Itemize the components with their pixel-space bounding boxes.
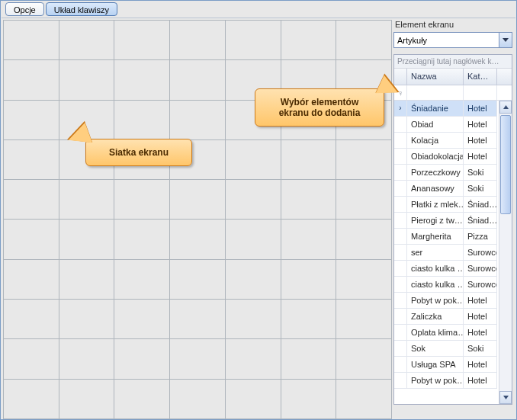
grid-cell[interactable] <box>336 139 392 179</box>
grid-cell[interactable] <box>170 220 226 259</box>
grid-cell[interactable] <box>59 21 114 60</box>
table-row[interactable]: ObiadHotel <box>394 117 497 133</box>
filter-name-input[interactable] <box>407 85 464 100</box>
grid-cell[interactable] <box>281 220 336 259</box>
table-row[interactable]: AnanasowySoki <box>394 181 497 197</box>
grid-cell[interactable] <box>281 339 336 379</box>
grid-cell[interactable] <box>59 259 114 299</box>
group-by-hint[interactable]: Przeciągnij tutaj nagłówek k… <box>394 55 512 69</box>
grid-cell[interactable] <box>4 259 59 299</box>
grid-cell[interactable] <box>225 379 281 418</box>
grid-cell[interactable] <box>170 300 226 339</box>
grid-cell[interactable] <box>59 180 114 220</box>
table-row[interactable]: MargheritaPizza <box>394 229 497 245</box>
vertical-scrollbar[interactable] <box>499 101 512 404</box>
grid-cell[interactable] <box>114 220 170 259</box>
filter-cat-input[interactable] <box>464 85 497 100</box>
table-row[interactable]: ObiadokolacjaHotel <box>394 149 497 165</box>
grid-cell[interactable] <box>4 139 59 179</box>
table-row[interactable]: Usługa SPAHotel <box>394 357 497 373</box>
grid-cell[interactable] <box>225 339 281 379</box>
chevron-down-icon[interactable] <box>499 33 512 47</box>
grid-cell[interactable] <box>170 60 226 100</box>
table-row[interactable]: Pierogi z tw…Śniad… <box>394 213 497 229</box>
grid-cell[interactable] <box>170 339 226 379</box>
grid-cell[interactable] <box>59 60 114 100</box>
grid-cell[interactable] <box>114 100 170 139</box>
grid-cell[interactable] <box>170 379 226 418</box>
grid-cell[interactable] <box>336 300 392 339</box>
grid-cell[interactable] <box>59 379 114 418</box>
table-row[interactable]: ZaliczkaHotel <box>394 309 497 325</box>
grid-cell[interactable] <box>225 220 281 259</box>
tab-key-layout[interactable]: Układ klawiszy <box>46 2 117 16</box>
grid-cell[interactable] <box>225 180 281 220</box>
grid-cell[interactable] <box>170 180 226 220</box>
table-row[interactable]: SokSoki <box>394 341 497 357</box>
table-row[interactable]: ›ŚniadanieHotel <box>394 101 497 117</box>
grid-cell[interactable] <box>4 300 59 339</box>
scroll-thumb[interactable] <box>500 115 511 214</box>
grid-cell[interactable] <box>225 300 281 339</box>
grid-cell[interactable] <box>336 220 392 259</box>
table-row[interactable]: PorzeczkowySoki <box>394 165 497 181</box>
element-type-combo[interactable]: Artykuły <box>393 32 512 48</box>
table-row[interactable]: serSurowce <box>394 245 497 261</box>
grid-cell[interactable] <box>170 100 226 139</box>
grid-cell[interactable] <box>114 339 170 379</box>
grid-cell[interactable] <box>4 339 59 379</box>
grid-cell[interactable] <box>281 21 336 60</box>
grid-cell[interactable] <box>225 259 281 299</box>
table-row[interactable]: KolacjaHotel <box>394 133 497 149</box>
grid-cell[interactable] <box>114 259 170 299</box>
grid-cell[interactable] <box>281 180 336 220</box>
column-header-category[interactable]: Kat… <box>464 69 497 85</box>
row-indicator-icon <box>394 309 407 324</box>
grid-cell[interactable] <box>281 300 336 339</box>
side-panel: Element ekranu Artykuły Przeciągnij tuta… <box>393 20 514 419</box>
grid-cell[interactable] <box>336 21 392 60</box>
table-row[interactable]: Pobyt w pok…Hotel <box>394 293 497 309</box>
grid-cell[interactable] <box>59 220 114 259</box>
grid-cell[interactable] <box>170 21 226 60</box>
table-row[interactable]: Pobyt w pok…Hotel <box>394 373 497 389</box>
grid-cell[interactable] <box>281 379 336 418</box>
grid-cell[interactable] <box>225 139 281 179</box>
tab-options[interactable]: Opcje <box>5 2 44 16</box>
grid-cell[interactable] <box>59 339 114 379</box>
grid-cell[interactable] <box>4 180 59 220</box>
row-indicator-icon <box>394 373 407 388</box>
grid-cell[interactable] <box>4 220 59 259</box>
scroll-down-icon[interactable] <box>499 391 512 404</box>
grid-cell[interactable] <box>336 339 392 379</box>
scroll-up-icon[interactable] <box>499 101 512 114</box>
table-row[interactable]: ciasto kulka …Surowce <box>394 277 497 293</box>
row-indicator-icon <box>394 293 407 308</box>
grid-cell[interactable] <box>4 60 59 100</box>
grid-cell[interactable] <box>114 379 170 418</box>
screen-grid[interactable] <box>3 20 392 419</box>
table-row[interactable]: Płatki z mlek…Śniad… <box>394 197 497 213</box>
cell-category: Śniad… <box>464 213 497 228</box>
table-row[interactable]: ciasto kulka …Surowce <box>394 261 497 277</box>
column-header-name[interactable]: Nazwa <box>407 69 464 85</box>
grid-cell[interactable] <box>336 259 392 299</box>
grid-cell[interactable] <box>170 259 226 299</box>
grid-cell[interactable] <box>281 139 336 179</box>
scroll-track[interactable] <box>499 114 512 391</box>
grid-cell[interactable] <box>114 180 170 220</box>
grid-cell[interactable] <box>225 21 281 60</box>
grid-cell[interactable] <box>4 100 59 139</box>
grid-cell[interactable] <box>336 379 392 418</box>
grid-cell[interactable] <box>281 259 336 299</box>
tab-bar: Opcje Układ klawiszy <box>5 2 117 16</box>
grid-cell[interactable] <box>114 300 170 339</box>
grid-cell[interactable] <box>336 180 392 220</box>
grid-cell[interactable] <box>4 379 59 418</box>
grid-cell[interactable] <box>114 60 170 100</box>
grid-cell[interactable] <box>114 21 170 60</box>
cell-category: Surowce <box>464 277 497 292</box>
grid-cell[interactable] <box>59 300 114 339</box>
table-row[interactable]: Oplata klima…Hotel <box>394 325 497 341</box>
grid-cell[interactable] <box>4 21 59 60</box>
